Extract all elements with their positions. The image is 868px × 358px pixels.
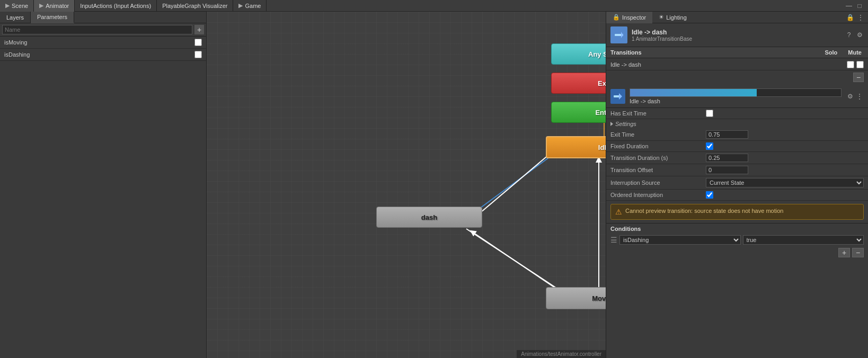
tab-layers[interactable]: Layers — [0, 12, 31, 23]
canvas-grid: Any State Exit Entry Idle dash Moving — [207, 12, 606, 358]
ismoving-checkbox[interactable] — [194, 39, 202, 46]
param-row-ismoving: isMoving — [0, 37, 206, 49]
top-bar: ▶ Scene ▶ Animator InputActions (Input A… — [0, 0, 868, 12]
add-condition-button[interactable]: + — [838, 248, 850, 257]
transition-duration-input[interactable] — [706, 154, 748, 162]
mute-checkbox[interactable] — [856, 61, 864, 68]
maximize-icon[interactable]: □ — [855, 2, 864, 10]
transition-preview: Idle -> dash ⚙ ⋮ — [606, 85, 868, 108]
lock-icon[interactable]: 🔒 — [846, 13, 854, 22]
preview-icon — [610, 89, 625, 104]
canvas-footer: Animations/testAnimator.controller — [517, 350, 606, 358]
state-dash[interactable]: dash — [376, 207, 482, 228]
warning-icon: ⚠ — [615, 208, 622, 216]
inspector-subtitle: 1 AnimatorTransitionBase — [632, 36, 692, 42]
interruption-source-select[interactable]: None Current State Next State Current St… — [706, 178, 864, 187]
preview-bar — [630, 88, 842, 97]
tab-animator[interactable]: ▶ Animator — [34, 0, 75, 12]
preview-settings-icon[interactable]: ⚙ — [846, 92, 854, 101]
settings-icon[interactable]: ⚙ — [855, 31, 864, 39]
help-icon[interactable]: ? — [845, 31, 853, 39]
more-icon[interactable]: ⋮ — [856, 13, 865, 22]
tab-playablegraph[interactable]: PlayableGraph Visualizer — [157, 0, 233, 12]
fixed-duration-checkbox[interactable] — [706, 142, 713, 150]
prop-row-exit-time: Exit Time — [606, 129, 868, 141]
has-exit-time-checkbox[interactable] — [706, 110, 713, 117]
prop-row-ordered-interruption: Ordered Interruption — [606, 190, 868, 201]
state-idle[interactable]: Idle — [546, 136, 606, 158]
main-layout: Layers Parameters + isMoving isDashing 👁 — [0, 12, 868, 358]
state-exit[interactable]: Exit — [551, 73, 606, 94]
svg-line-6 — [477, 148, 556, 216]
preview-bar-inner — [630, 89, 757, 96]
preview-svg — [613, 91, 623, 102]
svg-marker-10 — [619, 93, 622, 100]
conditions-section: Conditions ☰ isMoving isDashing true fal… — [606, 223, 868, 262]
svg-line-4 — [466, 229, 567, 295]
params-list: isMoving isDashing — [0, 37, 206, 358]
preview-more-icon[interactable]: ⋮ — [855, 92, 864, 101]
remove-transition-button[interactable]: − — [853, 73, 864, 82]
left-tabs: Layers Parameters — [0, 12, 206, 23]
transition-icon-svg — [614, 30, 624, 40]
transition-row-idle-dash: Idle -> dash — [606, 59, 868, 70]
tab-scene[interactable]: ▶ Scene — [0, 0, 34, 12]
tab-lighting[interactable]: ☀ Lighting — [652, 12, 693, 23]
animator-transition-icon — [610, 26, 627, 43]
prop-row-fixed-duration: Fixed Duration — [606, 141, 868, 152]
svg-line-5 — [472, 231, 562, 292]
condition-name-select[interactable]: isMoving isDashing — [619, 235, 741, 245]
canvas-area: 👁 ⊞ Base Layer ▼ Auto Live Link — [207, 12, 606, 358]
condition-value-select[interactable]: true false — [743, 235, 864, 245]
settings-section-label: Settings — [606, 119, 868, 129]
remove-condition-button[interactable]: − — [852, 248, 864, 257]
transitions-section-header: Transitions Solo Mute — [606, 47, 868, 58]
search-row: + — [0, 23, 206, 37]
svg-marker-8 — [621, 32, 623, 38]
add-param-button[interactable]: + — [194, 25, 204, 34]
inspector-tabs: 🔒 Inspector ☀ Lighting 🔒 ⋮ — [606, 12, 868, 23]
conditions-header: Conditions — [610, 226, 864, 232]
state-any-state[interactable]: Any State — [551, 43, 606, 65]
tab-inputactions[interactable]: InputActions (Input Actions) — [75, 0, 157, 12]
tab-parameters[interactable]: Parameters — [31, 12, 74, 23]
condition-drag-handle[interactable]: ☰ — [610, 236, 617, 244]
param-row-isdashing: isDashing — [0, 49, 206, 61]
minimize-icon[interactable]: — — [845, 2, 853, 10]
condition-row: ☰ isMoving isDashing true false — [610, 234, 864, 246]
tab-inspector[interactable]: 🔒 Inspector — [606, 12, 652, 23]
ordered-interruption-checkbox[interactable] — [706, 191, 713, 199]
search-input[interactable] — [2, 25, 192, 34]
inspector-header: Idle -> dash 1 AnimatorTransitionBase ? … — [606, 23, 868, 47]
left-panel: Layers Parameters + isMoving isDashing — [0, 12, 207, 358]
transition-offset-input[interactable] — [706, 166, 748, 174]
conditions-buttons-row: + − — [610, 246, 864, 259]
state-moving[interactable]: Moving — [546, 287, 606, 309]
triangle-icon — [610, 122, 613, 126]
transitions-list: Idle -> dash − — [606, 58, 868, 85]
tab-game[interactable]: ▶ Game — [233, 0, 267, 12]
exit-time-input[interactable] — [706, 130, 748, 139]
isdashing-checkbox[interactable] — [194, 51, 202, 58]
inspector-title: Idle -> dash — [632, 29, 692, 36]
solo-checkbox[interactable] — [847, 61, 854, 68]
prop-row-transition-duration: Transition Duration (s) — [606, 152, 868, 164]
warning-box: ⚠ Cannot preview transition: source stat… — [610, 204, 864, 220]
right-panel: 🔒 Inspector ☀ Lighting 🔒 ⋮ — [606, 12, 868, 358]
prop-row-transition-offset: Transition Offset — [606, 164, 868, 176]
preview-title: Idle -> dash — [630, 98, 842, 104]
prop-row-has-exit-time: Has Exit Time — [606, 108, 868, 119]
state-entry[interactable]: Entry — [551, 102, 606, 123]
prop-row-interruption-source: Interruption Source None Current State N… — [606, 176, 868, 190]
